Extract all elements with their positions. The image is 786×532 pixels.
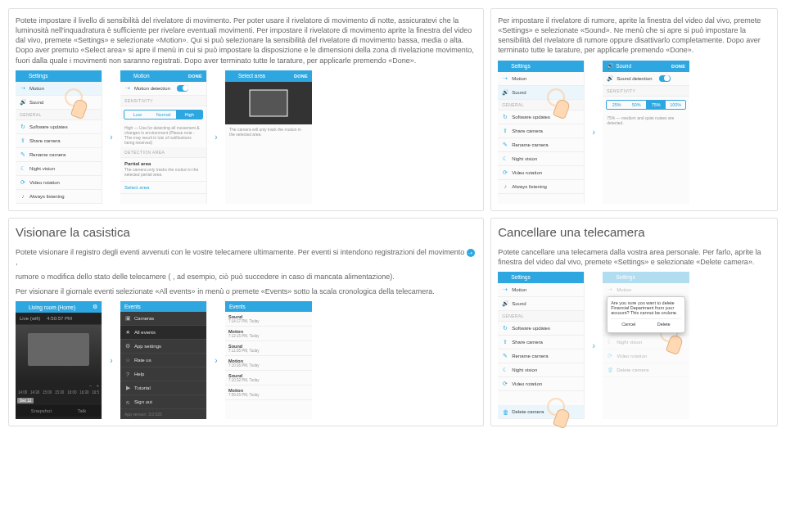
menu-rename[interactable]: Rename camera: [512, 354, 548, 358]
hdr-motion: Motion: [133, 73, 150, 79]
menu-signout[interactable]: Sign out: [134, 399, 152, 404]
event-row[interactable]: Motion7:10:36 PM, Today: [225, 356, 312, 371]
gear-icon: ⚙: [502, 63, 508, 70]
phone-settings-sound: ⚙Settings ⇢Motion 🔊Sound GENERAL ↻Softwa…: [498, 61, 585, 204]
menu-share[interactable]: Share camera: [512, 128, 543, 133]
menu-sound[interactable]: Sound: [512, 301, 526, 306]
menu-help[interactable]: Help: [134, 372, 144, 376]
rotate-icon: ⟳: [502, 381, 508, 387]
live-preview[interactable]: [16, 325, 102, 382]
sound-icon: 🔊: [607, 75, 613, 82]
menu-share[interactable]: Share camera: [512, 340, 543, 345]
rotate-icon: ⟳: [502, 169, 508, 176]
camera-preview[interactable]: [225, 82, 312, 124]
done-button[interactable]: DONE: [188, 74, 202, 79]
delete-dialog: Are you sure you want to delete Financia…: [607, 296, 685, 333]
menu-night[interactable]: Night vision: [512, 156, 537, 161]
gear-icon: ⚙: [124, 343, 131, 349]
menu-night[interactable]: Night vision: [512, 367, 537, 372]
menu-night[interactable]: Night vision: [29, 166, 55, 171]
star-icon: ☆: [124, 357, 131, 363]
menu-rot[interactable]: Video rotation: [29, 180, 60, 185]
delete-button[interactable]: Delete: [646, 319, 681, 329]
event-row[interactable]: Motion7:09:25 PM, Today: [225, 385, 312, 400]
phone-live: ▣Living room (Home)⚙ Live (wifi)4:50:57 …: [16, 301, 102, 419]
phone-settings-delete: ⚙Settings ⇢Motion 🔊Sound GENERAL ↻Softwa…: [498, 272, 585, 419]
date-tag: Dec 12: [17, 398, 34, 404]
select-note: The camera will only track the motion in…: [225, 124, 312, 139]
menu-tutorial[interactable]: Tutorial: [134, 385, 151, 390]
motion-icon: ⇢: [20, 85, 26, 92]
menu-always[interactable]: Always listening: [512, 184, 547, 189]
sound-det-label: Sound detection: [617, 76, 652, 81]
chevron-icon: ›: [212, 133, 220, 142]
menu-rot[interactable]: Video rotation: [512, 170, 542, 175]
rename-icon: ✎: [502, 353, 508, 359]
rotate-icon: ⟳: [20, 179, 26, 186]
hdr-settings: Settings: [616, 274, 635, 280]
sound-toggle[interactable]: [659, 75, 671, 82]
menu-motion[interactable]: Motion: [512, 287, 526, 292]
menu-app-settings[interactable]: App settings: [134, 344, 161, 349]
sec-general: GENERAL: [498, 100, 584, 110]
dialog-text: Are you sure you want to delete Financia…: [611, 300, 681, 315]
snd-note: 75% — medium and quiet noises are detect…: [603, 113, 689, 128]
camera-icon: ▣: [124, 315, 131, 322]
motion-toggle[interactable]: [177, 85, 188, 92]
sound-icon: 🔊: [502, 89, 508, 96]
menu-rot[interactable]: Video rotation: [512, 381, 542, 386]
chevron-icon: ›: [590, 341, 598, 350]
menu-sw[interactable]: Software updates: [29, 124, 68, 129]
phone-select-area: ▭Select areaDONE The camera will only tr…: [225, 70, 312, 204]
menu-all-events[interactable]: All events: [134, 330, 156, 335]
cancel-button[interactable]: Cancel: [611, 319, 646, 329]
menu-delete[interactable]: Delete camera: [512, 409, 544, 414]
snd-segment[interactable]: 25%50%75%100%: [606, 100, 686, 110]
menu-motion[interactable]: Motion: [29, 86, 44, 91]
snapshot-button[interactable]: Snapshot: [31, 408, 52, 413]
menu-sound[interactable]: Sound: [29, 100, 43, 105]
night-icon: ☾: [20, 165, 26, 172]
night-icon: ☾: [502, 156, 508, 162]
done-button[interactable]: DONE: [294, 74, 308, 79]
menu-sound[interactable]: Sound: [512, 90, 526, 95]
menu-rename[interactable]: Rename camera: [512, 142, 548, 147]
motion-det-label: Motion detection: [134, 86, 170, 91]
menu-sw[interactable]: Software updates: [512, 326, 550, 331]
hdr-events: Events: [229, 304, 246, 309]
menu-share[interactable]: Share camera: [29, 138, 61, 143]
delete-prose: Potete cancellare una telecamera dalla v…: [498, 247, 770, 267]
event-row[interactable]: Sound7:10:32 PM, Today: [225, 371, 312, 385]
phone-menu: Events ▣Cameras ★All events ⚙App setting…: [120, 301, 207, 419]
menu-rate[interactable]: Rate us: [134, 358, 151, 363]
sens-segment[interactable]: LowNormalHigh: [124, 110, 203, 119]
sens-note: High — Use for detecting all movement & …: [120, 123, 206, 147]
phone-events: Events Sound7:14:17 PM, TodayMotion7:12:…: [225, 301, 312, 419]
menu-cameras[interactable]: Cameras: [134, 316, 154, 321]
events-prose2: rumore o modifica dello stato delle tele…: [16, 272, 477, 282]
menu-motion[interactable]: Motion: [512, 76, 526, 81]
trash-icon: 🗑: [502, 408, 508, 415]
area-icon: ▭: [229, 73, 236, 79]
live-time: 4:50:57 PM: [47, 316, 72, 321]
event-row[interactable]: Sound7:11:05 PM, Today: [225, 341, 312, 356]
gear-icon[interactable]: ⚙: [93, 304, 97, 310]
sec-sens: SENSITIVITY: [603, 86, 689, 97]
update-icon: ↻: [502, 325, 508, 331]
gear-icon: ⚙: [607, 274, 613, 281]
hdr-select: Select area: [238, 73, 265, 79]
event-row[interactable]: Sound7:14:17 PM, Today: [225, 312, 312, 327]
event-row[interactable]: Motion7:12:15 PM, Today: [225, 327, 312, 341]
select-area-link[interactable]: Select area: [120, 182, 206, 194]
tutorial-icon: ▶: [124, 385, 131, 391]
talk-button[interactable]: Talk: [78, 408, 87, 413]
timeline[interactable]: 14:0014:3015:0015:3016:0016:3016:5: [16, 389, 102, 396]
done-button[interactable]: DONE: [671, 64, 685, 69]
menu-always[interactable]: Always listening: [29, 194, 65, 199]
motion-icon: ⇢: [502, 75, 508, 82]
star-icon: ★: [124, 329, 131, 336]
menu-rename[interactable]: Rename camera: [29, 152, 66, 157]
sound-icon: 🔊: [607, 63, 613, 70]
listen-icon: ♪: [502, 183, 508, 190]
menu-sw[interactable]: Software updates: [512, 115, 550, 119]
